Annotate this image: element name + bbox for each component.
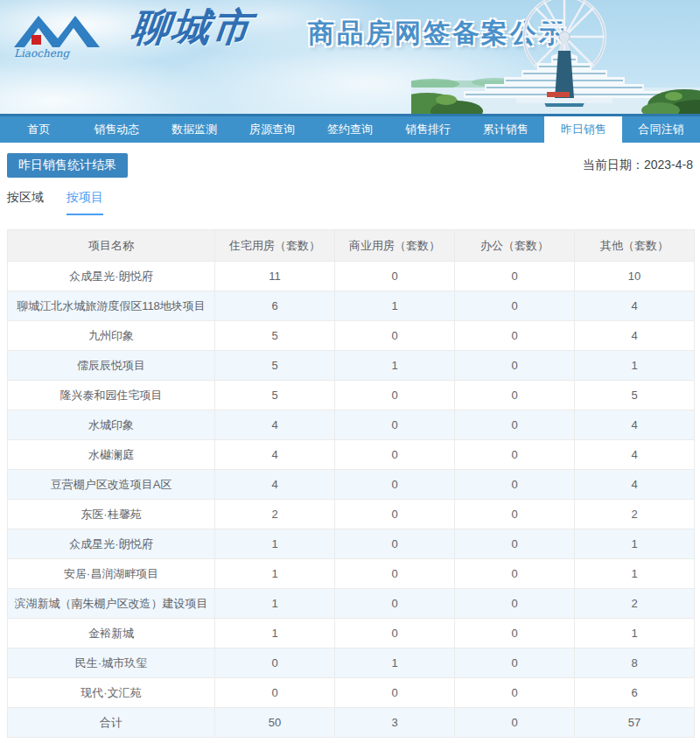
table-row: 滨湖新城（南朱棚户区改造）建设项目1002 bbox=[8, 589, 695, 619]
project-name-cell: 金裕新城 bbox=[8, 619, 215, 648]
project-name-cell: 众成星光·朗悦府 bbox=[8, 262, 215, 291]
table-row: 现代·文汇苑0006 bbox=[8, 678, 695, 708]
count-cell: 1 bbox=[215, 529, 335, 559]
table-header-row: 项目名称住宅用房（套数）商业用房（套数）办公（套数）其他（套数） bbox=[8, 230, 695, 262]
count-cell: 5 bbox=[215, 381, 335, 410]
count-cell: 1 bbox=[335, 351, 455, 381]
count-cell: 2 bbox=[575, 589, 695, 619]
count-cell: 0 bbox=[455, 529, 575, 559]
logo-script-text: Liaocheng bbox=[14, 47, 70, 60]
count-cell: 4 bbox=[575, 440, 695, 470]
count-cell: 4 bbox=[575, 410, 695, 440]
table-row: 水城印象4004 bbox=[8, 410, 695, 440]
count-cell: 2 bbox=[575, 500, 695, 529]
count-cell: 0 bbox=[335, 321, 455, 351]
count-cell: 10 bbox=[575, 262, 695, 291]
count-cell: 8 bbox=[575, 648, 695, 678]
count-cell: 1 bbox=[215, 559, 335, 589]
project-name-cell: 豆营棚户区改造项目A区 bbox=[8, 470, 215, 500]
count-cell: 0 bbox=[455, 321, 575, 351]
count-cell: 0 bbox=[455, 708, 575, 738]
count-cell: 4 bbox=[215, 470, 335, 500]
project-name-cell: 水城印象 bbox=[8, 410, 215, 440]
main-nav: 首页销售动态数据监测房源查询签约查询销售排行累计销售昨日销售合同注销 bbox=[0, 114, 700, 143]
count-cell: 0 bbox=[335, 440, 455, 470]
count-cell: 0 bbox=[455, 678, 575, 708]
tab-active[interactable]: 按项目 bbox=[66, 190, 103, 215]
sales-table: 项目名称住宅用房（套数）商业用房（套数）办公（套数）其他（套数） 众成星光·朗悦… bbox=[7, 229, 695, 738]
nav-item-link[interactable]: 销售排行 bbox=[388, 116, 466, 143]
table-row: 众成星光·朗悦府110010 bbox=[8, 262, 695, 291]
count-cell: 0 bbox=[455, 381, 575, 410]
city-logo: Liaocheng bbox=[12, 9, 126, 60]
nav-item-link[interactable]: 房源查询 bbox=[234, 116, 312, 143]
table-row: 聊城江北水城旅游度假区118地块项目6104 bbox=[8, 291, 695, 321]
city-name-calligraphy: 聊城市 bbox=[129, 2, 301, 58]
count-cell: 0 bbox=[335, 381, 455, 410]
count-cell: 0 bbox=[455, 559, 575, 589]
count-cell: 5 bbox=[575, 381, 695, 410]
count-cell: 57 bbox=[575, 708, 695, 738]
count-cell: 0 bbox=[215, 648, 335, 678]
tab-inactive[interactable]: 按区域 bbox=[7, 190, 44, 215]
count-cell: 0 bbox=[335, 470, 455, 500]
count-cell: 0 bbox=[335, 589, 455, 619]
table-row: 豆营棚户区改造项目A区4004 bbox=[8, 470, 695, 500]
column-header: 住宅用房（套数） bbox=[215, 230, 335, 262]
count-cell: 0 bbox=[335, 410, 455, 440]
column-header: 项目名称 bbox=[8, 230, 215, 262]
count-cell: 1 bbox=[575, 559, 695, 589]
count-cell: 0 bbox=[455, 440, 575, 470]
count-cell: 6 bbox=[215, 291, 335, 321]
count-cell: 4 bbox=[215, 410, 335, 440]
count-cell: 4 bbox=[215, 440, 335, 470]
page-title: 昨日销售统计结果 bbox=[7, 153, 128, 178]
nav-item-link[interactable]: 合同注销 bbox=[622, 116, 700, 143]
count-cell: 4 bbox=[575, 321, 695, 351]
count-cell: 0 bbox=[455, 291, 575, 321]
count-cell: 1 bbox=[215, 589, 335, 619]
count-cell: 0 bbox=[335, 500, 455, 529]
count-cell: 0 bbox=[335, 262, 455, 291]
column-header: 商业用房（套数） bbox=[335, 230, 455, 262]
project-name-cell: 聊城江北水城旅游度假区118地块项目 bbox=[8, 291, 215, 321]
project-name-cell: 滨湖新城（南朱棚户区改造）建设项目 bbox=[8, 589, 215, 619]
project-name-cell: 隆兴泰和园住宅项目 bbox=[8, 381, 215, 410]
table-row: 安居·昌润湖畔项目1001 bbox=[8, 559, 695, 589]
nav-item-link[interactable]: 签约查询 bbox=[312, 116, 389, 143]
nav-item-link[interactable]: 首页 bbox=[0, 116, 78, 143]
nav-item-active[interactable]: 昨日销售 bbox=[544, 116, 622, 149]
column-header: 其他（套数） bbox=[575, 230, 695, 262]
project-name-cell: 儒辰辰悦项目 bbox=[8, 351, 215, 381]
table-row: 金裕新城1001 bbox=[8, 619, 695, 648]
count-cell: 0 bbox=[455, 470, 575, 500]
site-banner: Liaocheng 聊城市 商品房网签备案公示 bbox=[0, 0, 700, 114]
table-row: 儒辰辰悦项目5101 bbox=[8, 351, 695, 381]
table-row: 九州印象5004 bbox=[8, 321, 695, 351]
count-cell: 2 bbox=[215, 500, 335, 529]
project-name-cell: 水樾澜庭 bbox=[8, 440, 215, 470]
count-cell: 0 bbox=[455, 619, 575, 648]
count-cell: 0 bbox=[455, 410, 575, 440]
count-cell: 0 bbox=[455, 500, 575, 529]
count-cell: 4 bbox=[575, 291, 695, 321]
count-cell: 5 bbox=[215, 321, 335, 351]
project-name-cell: 民生·城市玖玺 bbox=[8, 648, 215, 678]
count-cell: 0 bbox=[215, 678, 335, 708]
project-name-cell: 东医·桂馨苑 bbox=[8, 500, 215, 529]
project-name-cell: 合计 bbox=[8, 708, 215, 738]
count-cell: 5 bbox=[215, 351, 335, 381]
count-cell: 0 bbox=[335, 619, 455, 648]
count-cell: 0 bbox=[455, 648, 575, 678]
nav-item-link[interactable]: 累计销售 bbox=[466, 116, 544, 143]
table-row: 众成星光·朗悦府1001 bbox=[8, 529, 695, 559]
total-row: 合计503057 bbox=[8, 708, 695, 738]
project-name-cell: 众成星光·朗悦府 bbox=[8, 529, 215, 559]
count-cell: 1 bbox=[215, 619, 335, 648]
count-cell: 1 bbox=[575, 619, 695, 648]
count-cell: 1 bbox=[575, 351, 695, 381]
nav-item-link[interactable]: 数据监测 bbox=[156, 116, 234, 143]
count-cell: 0 bbox=[455, 589, 575, 619]
nav-item-link[interactable]: 销售动态 bbox=[78, 116, 156, 143]
count-cell: 1 bbox=[335, 291, 455, 321]
